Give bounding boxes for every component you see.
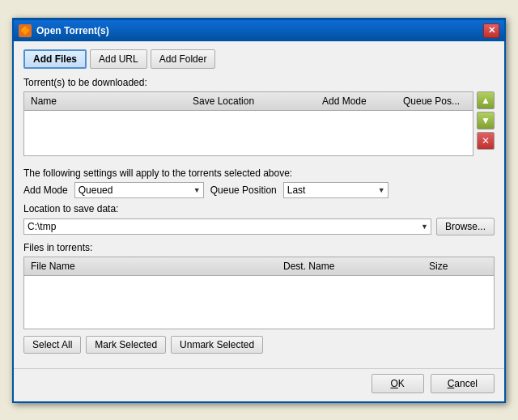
files-table-body[interactable] <box>24 276 494 329</box>
torrent-table-body[interactable] <box>24 111 473 155</box>
files-table-header: File Name Dest. Name Size <box>24 257 494 276</box>
col-save-location: Save Location <box>189 94 319 108</box>
files-table: File Name Dest. Name Size <box>23 257 495 329</box>
location-label: Location to save data: <box>23 203 495 214</box>
col-dest-name: Dest. Name <box>280 259 426 274</box>
col-file-name: File Name <box>28 259 280 274</box>
add-folder-button[interactable]: Add Folder <box>151 49 216 69</box>
files-section-label: Files in torrents: <box>23 242 495 253</box>
dialog-body: Add Files Add URL Add Folder Torrent(s) … <box>14 41 504 368</box>
col-size: Size <box>426 259 490 274</box>
unmark-selected-button[interactable]: Unmark Selected <box>171 336 263 354</box>
queue-pos-select[interactable]: Last First <box>283 182 388 198</box>
add-mode-select-wrapper: Queued Paused Sequential <box>74 182 204 198</box>
torrent-table-header: Name Save Location Add Mode Queue Pos... <box>24 92 473 111</box>
close-button[interactable]: ✕ <box>483 23 499 38</box>
dialog-icon: 🔶 <box>19 24 32 37</box>
queue-pos-select-wrapper: Last First <box>283 182 388 198</box>
location-row: Browse... <box>23 218 495 235</box>
torrent-section-label: Torrent(s) to be downloaded: <box>23 77 495 88</box>
col-add-mode: Add Mode <box>319 94 400 108</box>
move-up-button[interactable]: ▲ <box>477 91 495 109</box>
title-bar-left: 🔶 Open Torrent(s) <box>19 24 109 37</box>
torrent-table: Name Save Location Add Mode Queue Pos... <box>23 91 473 156</box>
add-mode-label: Add Mode <box>23 185 68 196</box>
move-down-button[interactable]: ▼ <box>477 112 495 129</box>
title-text: Open Torrent(s) <box>36 25 109 36</box>
col-name: Name <box>28 94 189 108</box>
remove-button[interactable]: ✕ <box>477 132 495 150</box>
file-action-buttons: Select All Mark Selected Unmark Selected <box>23 336 495 354</box>
cancel-button[interactable]: Cancel <box>431 374 495 393</box>
add-files-button[interactable]: Add Files <box>23 49 87 69</box>
torrent-side-buttons: ▲ ▼ ✕ <box>477 91 495 150</box>
add-mode-select[interactable]: Queued Paused Sequential <box>74 182 204 198</box>
open-torrents-dialog: 🔶 Open Torrent(s) ✕ Add Files Add URL Ad… <box>12 18 506 403</box>
browse-button[interactable]: Browse... <box>436 218 495 235</box>
add-mode-row: Add Mode Queued Paused Sequential Queue … <box>23 182 495 198</box>
settings-label: The following settings will apply to the… <box>23 168 495 179</box>
title-bar: 🔶 Open Torrent(s) ✕ <box>14 20 504 41</box>
select-all-button[interactable]: Select All <box>23 336 81 354</box>
col-queue-pos: Queue Pos... <box>400 94 469 108</box>
add-url-button[interactable]: Add URL <box>90 49 147 69</box>
toolbar-buttons: Add Files Add URL Add Folder <box>23 49 495 69</box>
mark-selected-button[interactable]: Mark Selected <box>86 336 166 354</box>
cancel-label: Cancel <box>448 378 478 389</box>
ok-button[interactable]: OK <box>372 374 424 393</box>
location-input-wrapper <box>23 218 431 235</box>
queue-pos-label: Queue Position <box>210 185 277 196</box>
location-input[interactable] <box>23 218 431 235</box>
ok-label: OK <box>390 378 404 389</box>
dialog-footer: OK Cancel <box>14 368 504 401</box>
torrent-table-wrapper: Name Save Location Add Mode Queue Pos... <box>23 91 473 163</box>
torrent-area: Name Save Location Add Mode Queue Pos...… <box>23 91 495 163</box>
